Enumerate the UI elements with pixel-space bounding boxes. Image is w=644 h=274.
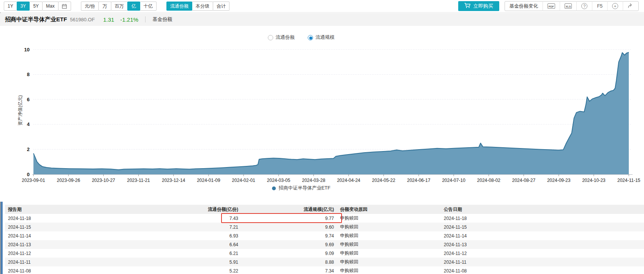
- unit-button-wan[interactable]: 万: [98, 2, 111, 11]
- share-history-table: 报告期 流通份额(亿份) 流通规模(亿元) 份额变动原因 公告日期 2024-1…: [5, 205, 644, 274]
- table-cell: 2024-11-12: [441, 251, 644, 256]
- table-body: 2024-11-187.439.77申购赎回2024-11-182024-11-…: [5, 214, 644, 274]
- series-radio-group: 流通份额 流通规模: [268, 34, 335, 41]
- x-axis-tick-label: 2024-09-23: [547, 178, 571, 183]
- table-cell: 2024-11-11: [441, 260, 644, 265]
- unit-button-shiyi[interactable]: 十亿: [140, 2, 157, 11]
- mode-button-circulating-shares[interactable]: 流通份额: [166, 2, 192, 11]
- share-arrow-icon: [628, 3, 634, 10]
- x-axis-tick-label: 2024-08-02: [477, 178, 501, 183]
- table-cell: 9.69: [241, 242, 337, 247]
- x-axis-tick-label: 2024-01-09: [197, 178, 220, 183]
- cart-icon: [464, 3, 471, 10]
- mode-button-total[interactable]: 合计: [213, 2, 229, 11]
- app-window: 1Y 3Y 5Y Max 元/份 万 百万 亿 十亿 流通份额 本分级 合计: [0, 0, 644, 274]
- table-row[interactable]: 2024-11-146.939.74申购赎回2024-11-14: [5, 231, 644, 240]
- share-button[interactable]: [623, 1, 638, 11]
- y-axis-tick-label: 8: [27, 72, 30, 77]
- radio-circulating-shares[interactable]: 流通份额: [268, 34, 295, 41]
- chart-legend: 招商中证半导体产业ETF: [272, 185, 330, 191]
- table-row[interactable]: 2024-11-126.219.09申购赎回2024-11-12: [5, 249, 644, 258]
- table-cell: 2024-11-13: [5, 242, 133, 247]
- window-left-accent-strip: [1, 202, 3, 274]
- radio-label: 流通规模: [316, 34, 335, 41]
- x-axis-tick-label: 2024-03-28: [302, 178, 326, 183]
- refresh-f5-button[interactable]: F5: [592, 1, 607, 11]
- radio-circulating-scale[interactable]: 流通规模: [308, 34, 335, 41]
- table-cell: 9.60: [241, 225, 337, 230]
- table-header-row: 报告期 流通份额(亿份) 流通规模(亿元) 份额变动原因 公告日期: [5, 205, 644, 214]
- range-button-5y[interactable]: 5Y: [29, 2, 43, 11]
- legend-label: 招商中证半导体产业ETF: [278, 185, 330, 191]
- table-cell: 9.77: [241, 216, 337, 221]
- mode-button-this-class[interactable]: 本分级: [192, 2, 213, 11]
- x-axis-tick-label: 2024-05-22: [372, 178, 396, 183]
- y-axis-tick-label: 4: [27, 121, 30, 127]
- col-header-circulating-shares: 流通份额(亿份): [133, 206, 241, 213]
- col-header-report-date: 报告期: [5, 206, 133, 213]
- x-axis-tick-label: 2024-06-17: [407, 178, 430, 183]
- section-label: 基金份额: [152, 16, 172, 23]
- range-button-3y[interactable]: 3Y: [17, 2, 30, 11]
- table-cell: 8.88: [241, 260, 337, 265]
- plus-circle-icon: +: [612, 3, 618, 9]
- col-header-change-reason: 份额变动原因: [337, 206, 441, 213]
- table-cell: 7.34: [241, 268, 337, 274]
- table-cell: 2024-11-13: [441, 242, 644, 247]
- area-chart[interactable]: 0246810资产净值(亿元)2023-09-012023-09-262023-…: [0, 26, 644, 202]
- fund-price: 1.31: [103, 16, 114, 23]
- col-header-announce-date: 公告日期: [441, 206, 644, 213]
- y-axis-title: 资产净值(亿元): [17, 95, 23, 126]
- fund-change-percent: -1.21%: [120, 16, 139, 23]
- table-cell: 9.74: [241, 233, 337, 239]
- x-axis-tick-label: 2024-11-15: [617, 178, 641, 183]
- x-axis-tick-label: 2023-09-26: [57, 178, 80, 183]
- unit-button-group: 元/份 万 百万 亿 十亿: [81, 2, 157, 11]
- x-axis-tick-label: 2023-09-01: [22, 178, 45, 183]
- table-cell: 申购赎回: [337, 233, 441, 239]
- table-cell: 7.21: [133, 225, 241, 230]
- table-cell: 申购赎回: [337, 268, 441, 274]
- table-cell: 2024-11-14: [5, 233, 133, 239]
- export-pdf-button[interactable]: PDF: [543, 1, 560, 11]
- help-button[interactable]: ?: [576, 1, 592, 11]
- table-cell: 申购赎回: [337, 250, 441, 256]
- x-axis-tick-label: 2023-12-14: [162, 178, 185, 183]
- help-icon: ?: [581, 3, 587, 9]
- y-axis-tick-label: 10: [24, 47, 30, 53]
- custom-range-button[interactable]: [58, 2, 71, 11]
- radio-selected-icon: [308, 35, 313, 40]
- range-button-max[interactable]: Max: [42, 2, 59, 11]
- table-row[interactable]: 2024-11-136.649.69申购赎回2024-11-13: [5, 240, 644, 249]
- table-row[interactable]: 2024-11-115.918.88申购赎回2024-11-11: [5, 258, 644, 266]
- fund-name: 招商中证半导体产业ETF: [5, 16, 67, 23]
- x-axis-tick-label: 2024-04-24: [337, 178, 361, 183]
- area-series-fill: [33, 53, 629, 175]
- table-cell: 2024-11-18: [441, 216, 644, 221]
- xls-icon: XLS: [565, 3, 572, 9]
- table-row[interactable]: 2024-11-187.439.77申购赎回2024-11-18: [5, 214, 644, 223]
- table-cell: 9.09: [241, 251, 337, 256]
- unit-button-yi[interactable]: 亿: [127, 2, 140, 11]
- export-xls-button[interactable]: XLS: [560, 1, 577, 11]
- add-button[interactable]: +: [607, 1, 623, 11]
- fund-title-bar: 招商中证半导体产业ETF 561980.OF 1.31 -1.21% 基金份额: [0, 13, 644, 26]
- range-button-1y[interactable]: 1Y: [4, 2, 17, 11]
- buy-now-button[interactable]: 立即购买: [458, 1, 499, 11]
- unit-button-million[interactable]: 百万: [111, 2, 128, 11]
- x-axis-tick-label: 2024-03-05: [267, 178, 291, 183]
- radio-unselected-icon: [268, 35, 273, 40]
- table-row[interactable]: 2024-11-085.227.34申购赎回2024-11-08: [5, 266, 644, 274]
- unit-button-yuan[interactable]: 元/份: [81, 2, 99, 11]
- table-cell: 2024-11-18: [5, 216, 133, 221]
- table-row[interactable]: 2024-11-157.219.60申购赎回2024-11-15: [5, 223, 644, 231]
- x-axis-tick-label: 2024-08-27: [512, 178, 536, 183]
- fund-share-change-button[interactable]: 基金份额变化: [505, 1, 543, 11]
- top-toolbar: 1Y 3Y 5Y Max 元/份 万 百万 亿 十亿 流通份额 本分级 合计: [0, 0, 644, 13]
- table-cell: 2024-11-15: [5, 225, 133, 230]
- col-header-circulating-scale: 流通规模(亿元): [241, 206, 337, 213]
- chart-panel: 流通份额 流通规模 0246810资产净值(亿元)2023-09-012023-…: [0, 26, 644, 202]
- table-cell: 2024-11-15: [441, 225, 644, 230]
- fund-code: 561980.OF: [70, 17, 95, 22]
- radio-label: 流通份额: [276, 34, 295, 41]
